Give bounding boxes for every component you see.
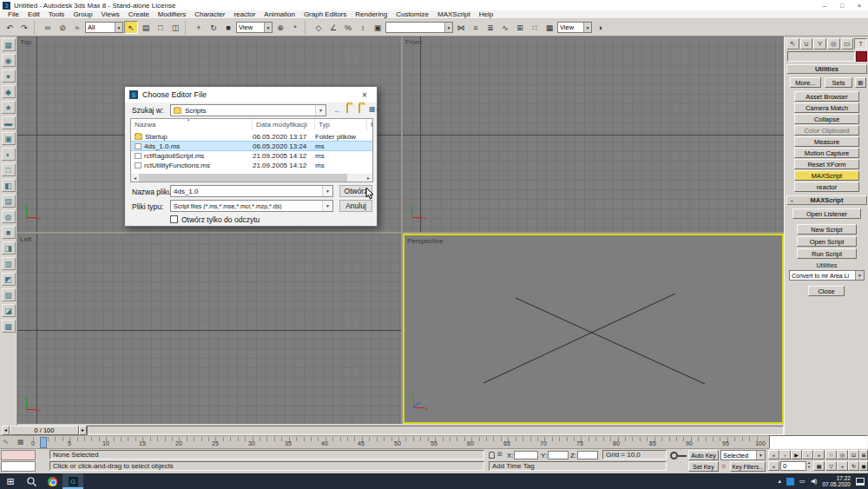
chevron-down-icon[interactable]: ▼ bbox=[756, 451, 765, 459]
rectangular-selection-region-icon[interactable]: □ bbox=[154, 21, 168, 34]
run-script-button[interactable]: Run Script bbox=[797, 248, 857, 259]
viewport-top-label[interactable]: Top bbox=[20, 38, 31, 46]
spline-object[interactable] bbox=[404, 235, 782, 422]
menu-animation[interactable]: Animation bbox=[260, 10, 299, 18]
viewport-left[interactable]: Left xy bbox=[17, 234, 401, 424]
snap-toggle-icon[interactable]: ◇ bbox=[312, 21, 326, 34]
read-only-checkbox[interactable] bbox=[170, 215, 178, 223]
menu-help[interactable]: Help bbox=[475, 10, 497, 18]
time-slider-handle[interactable]: 0 / 100 bbox=[10, 426, 79, 435]
menu-file[interactable]: File bbox=[3, 10, 23, 18]
left-toolbar-icon[interactable]: ▥ bbox=[2, 257, 16, 270]
left-toolbar-icon[interactable]: ◍ bbox=[2, 210, 16, 223]
taskbar-clock[interactable]: 17:22 07.05.2020 bbox=[822, 475, 851, 487]
mirror-icon[interactable]: ⋈ bbox=[454, 21, 468, 34]
menu-customize[interactable]: Customize bbox=[391, 10, 433, 18]
go-to-end-icon[interactable]: » bbox=[813, 450, 825, 459]
zoom-extents-icon[interactable]: ⊡ bbox=[848, 450, 859, 459]
left-toolbar-icon[interactable]: ◨ bbox=[2, 241, 16, 254]
selection-lock-icon[interactable] bbox=[489, 452, 495, 459]
menu-create[interactable]: Create bbox=[124, 10, 154, 18]
chevron-down-icon[interactable]: ▼ bbox=[115, 23, 122, 32]
select-and-rotate-icon[interactable]: ↻ bbox=[207, 21, 220, 34]
z-coord-field[interactable] bbox=[577, 451, 598, 459]
mini-curve-editor-icon[interactable]: ∿ bbox=[3, 438, 9, 446]
bind-to-spacewarp-icon[interactable]: ≈ bbox=[70, 21, 84, 34]
file-row[interactable]: Startup 06.05.2020 13:17 Folder plików bbox=[131, 132, 372, 141]
chevron-down-icon[interactable]: ▼ bbox=[264, 23, 272, 32]
frame-spinner[interactable]: ▲▼ bbox=[807, 460, 811, 469]
undo-icon[interactable]: ↶ bbox=[3, 21, 16, 34]
column-header-type[interactable]: Typ bbox=[315, 119, 367, 130]
zoom-all-icon[interactable]: ◎ bbox=[837, 450, 848, 459]
maximize-button[interactable]: □ bbox=[833, 0, 851, 10]
network-icon[interactable]: ▭ bbox=[799, 478, 806, 485]
named-selection-dropdown[interactable]: ▼ bbox=[385, 22, 453, 33]
menu-rendering[interactable]: Rendering bbox=[351, 10, 391, 18]
edit-named-selections-icon[interactable]: ▣ bbox=[371, 21, 385, 34]
window-crossing-icon[interactable]: ◫ bbox=[168, 21, 182, 34]
left-toolbar-icon[interactable]: ★ bbox=[2, 101, 16, 114]
selection-set-dropdown[interactable]: Selected ▼ bbox=[720, 450, 766, 460]
column-header-date[interactable]: Data modyfikacji bbox=[253, 119, 315, 130]
maxscript-button[interactable]: MAXScript bbox=[794, 170, 859, 181]
left-toolbar-icon[interactable]: ◆ bbox=[2, 85, 16, 98]
menu-character[interactable]: Character bbox=[190, 10, 229, 18]
viewport-front-label[interactable]: Front bbox=[405, 38, 422, 46]
left-toolbar-icon[interactable]: ▤ bbox=[2, 195, 16, 208]
volume-icon[interactable]: ◀) bbox=[811, 478, 818, 485]
color-clipboard-button[interactable]: Color Clipboard bbox=[794, 125, 859, 135]
file-type-dropdown[interactable]: Script files (*.ms,*.mse,*.mcr,*.mzp,*.d… bbox=[170, 200, 333, 212]
scrollbar-thumb[interactable] bbox=[139, 174, 347, 182]
viewport-front[interactable]: Front xy bbox=[403, 36, 784, 232]
previous-frame-icon[interactable]: ◄ bbox=[2, 426, 10, 435]
camera-match-button[interactable]: Camera Match bbox=[794, 102, 859, 113]
scroll-left-icon[interactable]: ◄ bbox=[131, 174, 139, 182]
viewport-left-label[interactable]: Left bbox=[20, 235, 31, 243]
left-toolbar-icon[interactable]: ● bbox=[2, 69, 16, 83]
schematic-view-icon[interactable]: ⊞ bbox=[513, 21, 527, 34]
current-frame-field[interactable]: 0 bbox=[780, 461, 806, 471]
go-to-start-icon[interactable]: « bbox=[768, 450, 779, 459]
left-toolbar-icon[interactable]: ◉ bbox=[2, 54, 16, 67]
motion-tab-icon[interactable]: ◎ bbox=[827, 38, 840, 50]
curve-editor-icon[interactable]: ∿ bbox=[498, 21, 512, 34]
zoom-extents-all-icon[interactable]: ⊞ bbox=[859, 450, 868, 459]
select-and-manipulate-icon[interactable]: * bbox=[288, 21, 302, 34]
left-toolbar-icon[interactable]: ◪ bbox=[2, 304, 16, 317]
start-button[interactable]: ⊞ bbox=[0, 473, 21, 489]
left-toolbar-icon[interactable]: ▩ bbox=[2, 320, 16, 333]
up-one-level-icon[interactable] bbox=[346, 104, 348, 112]
tray-app-icon[interactable] bbox=[786, 478, 794, 486]
viewport-perspective[interactable]: Perspective xz bbox=[403, 234, 784, 424]
render-type-dropdown[interactable]: View▼ bbox=[557, 22, 592, 33]
use-pivot-point-icon[interactable]: ⊕ bbox=[273, 21, 287, 34]
asset-browser-button[interactable]: Asset Browser bbox=[794, 91, 859, 102]
chevron-down-icon[interactable]: ▼ bbox=[315, 105, 326, 116]
select-and-move-icon[interactable]: + bbox=[192, 21, 206, 34]
time-slider-track[interactable] bbox=[87, 426, 784, 435]
align-icon[interactable]: ≡ bbox=[469, 21, 483, 34]
pan-icon[interactable]: + bbox=[837, 461, 848, 471]
chevron-down-icon[interactable]: ▼ bbox=[376, 108, 379, 112]
file-row-selected[interactable]: 4ds_1.0.ms 06.05.2020 13:24 ms bbox=[131, 142, 372, 150]
new-folder-icon[interactable] bbox=[358, 104, 360, 112]
chevron-down-icon[interactable]: ▼ bbox=[583, 23, 591, 32]
play-icon[interactable]: ▶ bbox=[791, 450, 802, 459]
maxscript-mini-listener-white[interactable] bbox=[1, 461, 36, 472]
left-toolbar-icon[interactable]: ■ bbox=[2, 226, 16, 239]
close-button[interactable]: × bbox=[851, 0, 868, 10]
create-tab-icon[interactable]: ↖ bbox=[786, 38, 799, 50]
dialog-close-icon[interactable]: × bbox=[352, 87, 377, 102]
select-and-scale-icon[interactable]: ■ bbox=[221, 21, 235, 34]
arc-rotate-icon[interactable]: ↻ bbox=[848, 461, 859, 471]
reference-coordinate-dropdown[interactable]: View▼ bbox=[236, 22, 273, 33]
maxscript-mini-listener-pink[interactable] bbox=[1, 450, 36, 460]
y-coord-field[interactable] bbox=[548, 451, 569, 459]
auto-key-button[interactable]: Auto Key bbox=[688, 450, 719, 460]
track-bar-thumb[interactable] bbox=[40, 437, 47, 448]
open-script-button[interactable]: Open Script bbox=[797, 236, 857, 247]
left-toolbar-icon[interactable]: ◩ bbox=[2, 273, 16, 286]
select-and-link-icon[interactable]: ∞ bbox=[41, 21, 55, 34]
absolute-relative-toggle-icon[interactable]: ⊞ bbox=[497, 451, 503, 458]
